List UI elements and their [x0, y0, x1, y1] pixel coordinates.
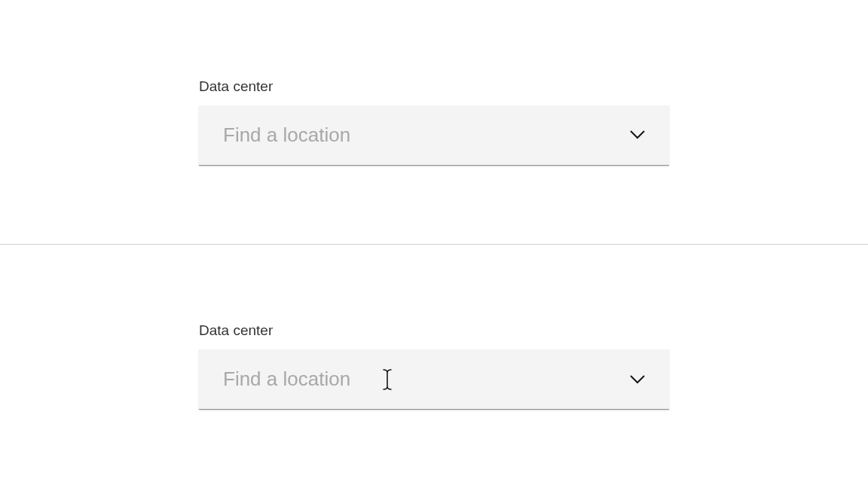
combobox-closed-example: Data center: [0, 0, 868, 244]
combobox-label: Data center: [199, 78, 273, 95]
chevron-down-icon[interactable]: [630, 130, 645, 139]
combobox-input[interactable]: [223, 368, 618, 391]
combobox-input[interactable]: [223, 124, 618, 147]
combobox-hover-example: Data center: [0, 245, 868, 489]
combobox-datacenter[interactable]: [199, 349, 669, 410]
combobox-datacenter[interactable]: [199, 105, 669, 166]
combobox-label: Data center: [199, 322, 273, 339]
chevron-down-icon[interactable]: [630, 375, 645, 384]
